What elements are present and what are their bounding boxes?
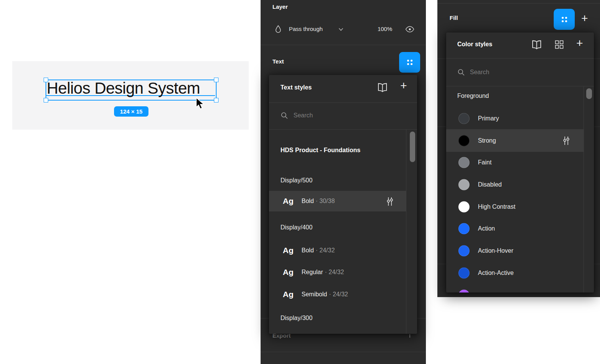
blend-mode-select[interactable]: Pass through	[289, 26, 323, 32]
style-label: Action-Active	[478, 270, 514, 276]
selection-handle-top-right[interactable]	[214, 78, 218, 82]
color-swatch	[458, 157, 470, 168]
color-swatch	[458, 268, 470, 279]
color-swatch	[458, 202, 470, 213]
color-style-item[interactable]: Action-Hover	[446, 240, 584, 262]
export-add-icon[interactable]	[409, 334, 410, 338]
adjust-sliders-icon[interactable]	[385, 197, 395, 206]
size-badge: 124 × 15	[114, 106, 148, 117]
text-styles-dropdown: Text styles + Search HDS Product - Found…	[269, 75, 417, 334]
color-swatch	[458, 113, 470, 124]
library-book-icon[interactable]	[531, 40, 543, 49]
style-label: Strong	[478, 137, 496, 144]
style-label: Regular	[302, 269, 323, 275]
style-label: Bold	[302, 198, 314, 204]
style-preview: Ag	[283, 268, 293, 277]
search-icon	[280, 112, 288, 119]
text-style-item[interactable]: Ag Semibold· 24/32	[269, 284, 406, 305]
mouse-cursor	[196, 98, 205, 112]
color-swatch	[458, 245, 470, 257]
adjust-sliders-icon[interactable]	[562, 136, 571, 146]
color-styles-title: Color styles	[457, 41, 492, 48]
group-heading: Foreground	[457, 93, 489, 99]
style-label: High Contrast	[478, 203, 515, 210]
color-styles-dropdown: Color styles + Search Foreground Primary…	[446, 32, 594, 292]
style-label: Semibold	[302, 291, 327, 297]
color-style-item[interactable]: Faint	[446, 151, 584, 174]
color-swatch	[458, 179, 470, 190]
color-style-item[interactable]: Highlight	[446, 284, 584, 292]
style-label: Action	[478, 225, 495, 232]
style-preview: Ag	[283, 197, 293, 206]
style-label: Disabled	[478, 181, 502, 188]
blend-mode-icon	[275, 25, 282, 33]
search-icon	[457, 68, 465, 76]
four-dots-styles-icon	[406, 58, 414, 67]
text-style-item[interactable]: Ag Regular· 24/32	[269, 262, 406, 283]
fill-section-title: Fill	[450, 15, 458, 21]
chevron-down-icon[interactable]	[338, 28, 344, 31]
color-swatch	[458, 135, 470, 146]
section-divider	[261, 45, 426, 45]
search-input[interactable]: Search	[470, 69, 489, 76]
text-style-item[interactable]: Ag Bold· 30/38	[269, 191, 406, 211]
grid-view-icon[interactable]	[554, 40, 564, 49]
divider	[446, 58, 594, 58]
color-styles-list: Foreground Primary Strong Faint Disabled	[446, 86, 594, 292]
divider	[269, 102, 417, 103]
scrollbar-thumb[interactable]	[586, 88, 592, 99]
style-label: Action-Hover	[478, 247, 513, 254]
color-style-item[interactable]: Strong	[446, 129, 584, 152]
style-label: Bold	[302, 247, 314, 253]
style-detail: · 30/38	[316, 198, 335, 204]
group-heading: Display/300	[280, 315, 313, 322]
color-style-item[interactable]: High Contrast	[446, 196, 584, 218]
canvas-text-layer[interactable]: Helios Design System	[47, 79, 200, 98]
style-detail: · 24/32	[325, 269, 344, 275]
library-heading: HDS Product - Foundations	[280, 147, 360, 154]
four-dots-styles-icon	[560, 15, 569, 24]
group-heading: Display/500	[280, 177, 313, 184]
style-detail: · 24/32	[316, 247, 335, 253]
style-detail: · 24/32	[329, 291, 348, 297]
text-section-title: Text	[272, 58, 284, 65]
selection-handle-bottom-right[interactable]	[214, 98, 218, 102]
library-book-icon[interactable]	[377, 83, 388, 92]
style-label: Primary	[478, 115, 499, 122]
selection-handle-bottom-left[interactable]	[44, 98, 48, 102]
style-preview: Ag	[283, 290, 293, 299]
style-preview: Ag	[283, 246, 293, 255]
color-swatch	[458, 290, 470, 293]
color-swatch	[458, 223, 470, 234]
text-styles-button[interactable]	[399, 52, 420, 73]
scrollbar-thumb[interactable]	[410, 132, 415, 162]
visibility-eye-icon[interactable]	[405, 26, 414, 32]
style-label: Faint	[478, 159, 492, 166]
search-input[interactable]: Search	[293, 112, 313, 119]
text-styles-title: Text styles	[280, 84, 312, 91]
color-style-item[interactable]: Primary	[446, 107, 584, 130]
opacity-input[interactable]: 100%	[371, 26, 392, 32]
canvas-area[interactable]: Helios Design System 124 × 15	[12, 61, 249, 130]
text-style-item[interactable]: Ag Bold· 24/32	[269, 240, 406, 261]
section-divider	[437, 3, 600, 3]
scrollbar-track-divider	[406, 129, 406, 334]
add-style-icon[interactable]: +	[400, 81, 407, 90]
color-styles-button[interactable]	[554, 9, 575, 30]
color-style-item[interactable]: Disabled	[446, 174, 584, 196]
layer-section-title: Layer	[272, 3, 288, 10]
group-heading: Display/400	[280, 224, 313, 231]
color-style-item[interactable]: Action	[446, 218, 584, 240]
text-styles-list: HDS Product - Foundations Display/500 Ag…	[269, 129, 417, 334]
scrollbar-track-divider	[584, 86, 584, 292]
color-style-item[interactable]: Action-Active	[446, 262, 584, 284]
style-label: Highlight	[478, 292, 502, 292]
add-style-icon[interactable]: +	[576, 39, 583, 48]
section-divider	[261, 352, 426, 352]
add-fill-icon[interactable]: +	[581, 14, 588, 23]
